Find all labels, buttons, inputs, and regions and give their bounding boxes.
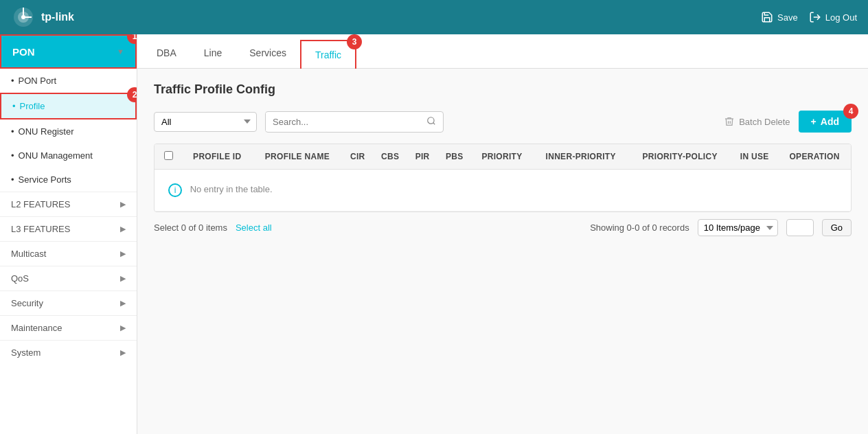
sidebar-item-service-ports[interactable]: • Service Ports <box>0 168 137 192</box>
sidebar-item-maintenance[interactable]: Maintenance ▶ <box>0 315 137 340</box>
svg-line-7 <box>433 122 435 124</box>
table-header: PROFILE ID PROFILE NAME CIR CBS <box>155 144 851 170</box>
sidebar-item-pon-port[interactable]: • PON Port <box>0 69 137 93</box>
add-label: Add <box>821 116 839 127</box>
col-inner-priority: INNER-PRIORITY <box>532 144 628 170</box>
bullet-icon: • <box>11 174 14 185</box>
header-actions: Save Log Out <box>761 11 857 23</box>
chevron-right-icon: ▶ <box>120 299 126 308</box>
select-all-checkbox[interactable] <box>164 151 173 160</box>
table-footer: Select 0 of 0 items Select all Showing 0… <box>154 212 852 243</box>
plus-icon: + <box>811 116 816 127</box>
tab-line[interactable]: Line <box>190 39 236 68</box>
col-priority: PRIORITY <box>471 144 532 170</box>
sidebar-item-label: ONU Management <box>19 150 93 161</box>
tab-bar: DBA Line Services Traffic 3 <box>137 34 868 69</box>
sidebar-badge-2: 2 <box>127 87 137 102</box>
chevron-down-icon: ▼ <box>117 47 124 56</box>
chevron-right-icon: ▶ <box>120 249 126 258</box>
chevron-right-icon: ▶ <box>120 200 126 209</box>
chevron-right-icon: ▶ <box>120 274 126 283</box>
logout-label: Log Out <box>825 12 857 23</box>
batch-delete-button[interactable]: Batch Delete <box>724 116 790 127</box>
search-icon <box>426 116 436 126</box>
col-pir: PIR <box>407 144 437 170</box>
tab-services[interactable]: Services <box>236 39 300 68</box>
sidebar-item-profile[interactable]: • Profile 2 <box>0 93 137 119</box>
info-icon: i <box>168 183 182 197</box>
sidebar-section-label: System <box>11 347 41 358</box>
bullet-icon: • <box>12 101 16 111</box>
add-button[interactable]: + Add 4 <box>799 111 852 133</box>
content-area: DBA Line Services Traffic 3 Traffic Prof… <box>137 34 868 434</box>
sidebar-item-l3-features[interactable]: L3 FEATURES ▶ <box>0 216 137 241</box>
tab-dba[interactable]: DBA <box>143 39 190 68</box>
checkbox-header <box>155 144 182 170</box>
bullet-icon: • <box>11 126 14 137</box>
col-cir: CIR <box>342 144 373 170</box>
save-icon <box>761 11 773 23</box>
main-layout: PON ▼ 1 • PON Port • Profile 2 • ONU Reg… <box>0 34 868 434</box>
search-button[interactable] <box>420 112 443 132</box>
sidebar-item-system[interactable]: System ▶ <box>0 340 137 365</box>
sidebar-section-label: Multicast <box>11 249 46 259</box>
sidebar-section-label: QoS <box>11 273 29 284</box>
sidebar-item-label: Profile <box>20 101 45 111</box>
bullet-icon: • <box>11 76 14 86</box>
sidebar-item-l2-features[interactable]: L2 FEATURES ▶ <box>0 192 137 216</box>
table-container: PROFILE ID PROFILE NAME CIR CBS <box>154 144 852 212</box>
logout-button[interactable]: Log Out <box>809 11 857 23</box>
sidebar-pon-header[interactable]: PON ▼ 1 <box>0 34 137 69</box>
add-badge: 4 <box>843 104 858 119</box>
per-page-select[interactable]: 10 Items/page 20 Items/page 50 Items/pag… <box>698 219 778 236</box>
empty-message: No entry in the table. <box>190 184 273 194</box>
sidebar-section-label: L3 FEATURES <box>11 224 70 234</box>
footer-right: Showing 0-0 of 0 records 10 Items/page 2… <box>590 219 852 236</box>
logo-text: tp-link <box>41 11 74 23</box>
filter-select[interactable]: All <box>154 112 257 132</box>
svg-point-6 <box>428 117 434 123</box>
footer-left: Select 0 of 0 items Select all <box>154 222 272 233</box>
table-body: i No entry in the table. <box>155 170 851 212</box>
chevron-right-icon: ▶ <box>120 348 126 357</box>
sidebar-section-label: L2 FEATURES <box>11 199 70 209</box>
sidebar: PON ▼ 1 • PON Port • Profile 2 • ONU Reg… <box>0 34 137 434</box>
tab-traffic-badge: 3 <box>347 34 362 49</box>
page-number-input[interactable] <box>786 219 814 236</box>
page-content: Traffic Profile Config All <box>137 69 868 434</box>
empty-row: i No entry in the table. <box>155 170 851 212</box>
sidebar-item-security[interactable]: Security ▶ <box>0 290 137 315</box>
bullet-icon: • <box>11 150 14 161</box>
col-in-use: IN USE <box>731 144 778 170</box>
chevron-right-icon: ▶ <box>120 323 126 332</box>
sidebar-item-qos[interactable]: QoS ▶ <box>0 266 137 290</box>
sidebar-section-label: Security <box>11 298 43 308</box>
sidebar-item-multicast[interactable]: Multicast ▶ <box>0 241 137 266</box>
tab-traffic[interactable]: Traffic 3 <box>300 40 356 69</box>
col-profile-name: PROFILE NAME <box>253 144 343 170</box>
batch-delete-label: Batch Delete <box>739 117 790 127</box>
col-priority-policy: PRIORITY-POLICY <box>629 144 731 170</box>
sidebar-item-onu-management[interactable]: • ONU Management <box>0 144 137 168</box>
logo-icon <box>11 5 36 30</box>
col-operation: OPERATION <box>778 144 851 170</box>
logo: tp-link <box>11 5 74 30</box>
profile-table: PROFILE ID PROFILE NAME CIR CBS <box>155 144 851 212</box>
col-pbs: PBS <box>437 144 471 170</box>
search-input[interactable] <box>266 113 420 131</box>
sidebar-item-label: Service Ports <box>19 174 71 185</box>
trash-icon <box>724 116 735 127</box>
save-button[interactable]: Save <box>761 11 798 23</box>
logout-icon <box>809 11 821 23</box>
empty-cell: i No entry in the table. <box>155 170 851 212</box>
search-box <box>265 111 444 133</box>
go-button[interactable]: Go <box>822 219 852 236</box>
sidebar-section-label: Maintenance <box>11 323 62 333</box>
page-title: Traffic Profile Config <box>154 82 852 97</box>
sidebar-item-onu-register[interactable]: • ONU Register <box>0 119 137 144</box>
sidebar-badge-1: 1 <box>127 34 137 44</box>
chevron-right-icon: ▶ <box>120 225 126 233</box>
select-all-link[interactable]: Select all <box>236 222 272 233</box>
save-label: Save <box>777 12 798 23</box>
sidebar-item-label: ONU Register <box>19 126 74 137</box>
